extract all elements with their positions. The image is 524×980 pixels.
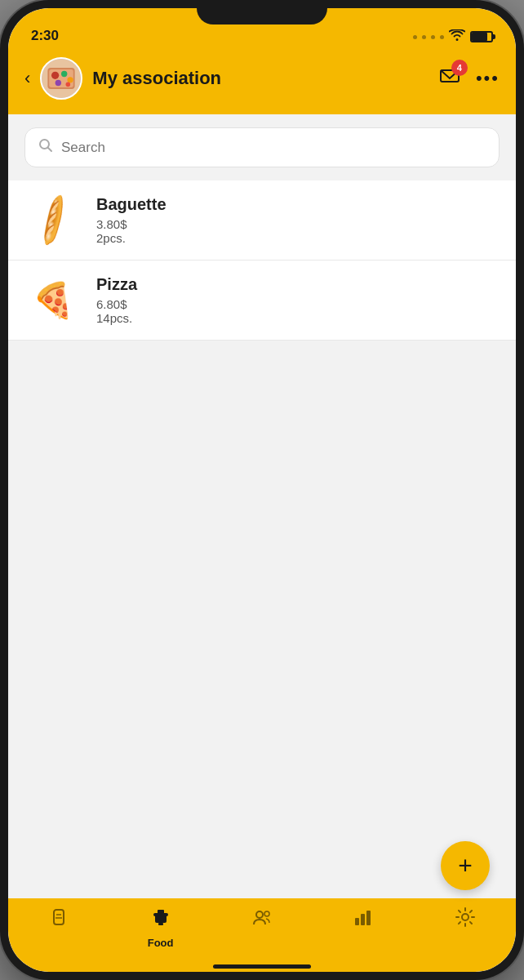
svg-point-19 <box>264 911 269 916</box>
notification-button[interactable]: 4 <box>438 65 461 93</box>
signal-dot-2 <box>422 35 426 39</box>
content-area: 🥖 Baguette 3.80$ 2pcs. 🍕 Pizza 6 <box>8 114 516 898</box>
avatar <box>40 57 82 100</box>
bottom-nav: Food <box>8 898 516 972</box>
sidebar-item-settings[interactable] <box>415 906 516 933</box>
search-bar[interactable] <box>24 127 500 167</box>
home-indicator <box>213 964 311 969</box>
items-list: 🥖 Baguette 3.80$ 2pcs. 🍕 Pizza 6 <box>8 180 516 341</box>
notification-badge: 4 <box>451 60 468 76</box>
svg-point-18 <box>256 911 263 918</box>
svg-rect-21 <box>361 914 365 925</box>
stats-icon <box>353 906 374 933</box>
status-time: 2:30 <box>31 28 59 44</box>
svg-rect-17 <box>158 923 163 925</box>
empty-space <box>8 341 516 898</box>
header-title: My association <box>92 68 221 89</box>
signal-dot-4 <box>440 35 444 39</box>
svg-point-5 <box>68 77 73 82</box>
settings-icon <box>455 906 476 933</box>
wifi-icon <box>449 29 465 44</box>
svg-point-6 <box>56 80 61 86</box>
item-price: 6.80$ <box>96 297 137 311</box>
search-container <box>8 114 516 180</box>
item-name: Baguette <box>96 195 167 214</box>
sidebar-item-food[interactable]: Food <box>109 906 211 949</box>
svg-rect-11 <box>54 910 64 924</box>
svg-point-7 <box>66 82 71 87</box>
item-count: 14pcs. <box>96 311 137 325</box>
svg-line-10 <box>48 148 52 152</box>
search-icon <box>38 138 53 157</box>
phone-frame: 2:30 <box>0 0 524 980</box>
item-price: 3.80$ <box>96 217 167 231</box>
status-icons <box>413 29 493 44</box>
sidebar-item-stats[interactable] <box>313 906 414 933</box>
food-nav-label: Food <box>148 937 174 949</box>
more-button[interactable]: ••• <box>476 68 500 89</box>
signal-dot-1 <box>413 35 417 39</box>
food-icon <box>150 906 171 933</box>
sidebar-item-drinks[interactable] <box>8 906 109 933</box>
signal-dot-3 <box>431 35 435 39</box>
notch <box>197 0 327 24</box>
item-count: 2pcs. <box>96 231 167 245</box>
svg-rect-22 <box>366 911 371 925</box>
item-name: Pizza <box>96 275 137 294</box>
svg-point-4 <box>61 71 67 77</box>
svg-rect-20 <box>355 918 359 925</box>
item-image-pizza: 🍕 <box>24 276 82 325</box>
svg-point-3 <box>51 72 59 79</box>
phone-screen: 2:30 <box>8 8 516 972</box>
battery-icon <box>470 31 493 42</box>
item-image-baguette: 🥖 <box>24 196 82 245</box>
svg-point-23 <box>462 914 468 920</box>
header: ‹ My association <box>8 49 516 114</box>
list-item[interactable]: 🥖 Baguette 3.80$ 2pcs. <box>8 180 516 261</box>
drinks-icon <box>48 906 69 933</box>
search-input[interactable] <box>61 140 486 156</box>
members-icon <box>251 906 273 933</box>
list-item[interactable]: 🍕 Pizza 6.80$ 14pcs. <box>8 261 516 341</box>
add-fab-button[interactable]: + <box>441 841 490 890</box>
sidebar-item-members[interactable] <box>211 906 313 933</box>
back-button[interactable]: ‹ <box>24 68 30 89</box>
svg-rect-16 <box>158 910 164 914</box>
